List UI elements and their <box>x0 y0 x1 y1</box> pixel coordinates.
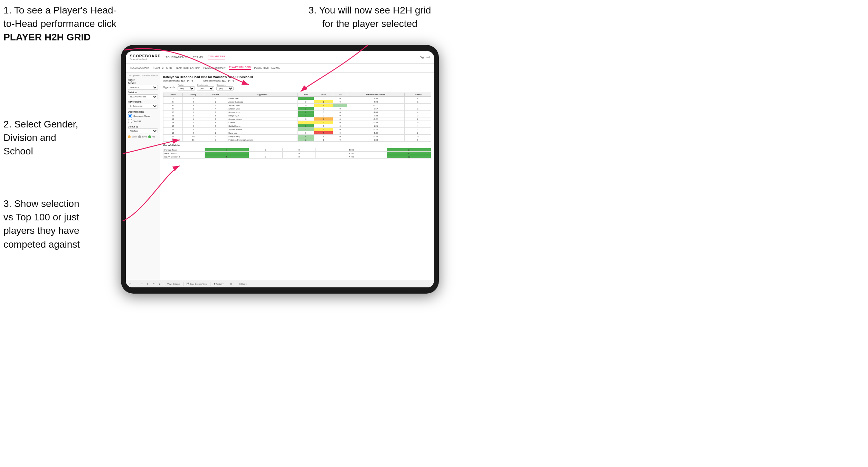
opponent-view-label: Opponent view <box>128 111 158 113</box>
nav-items: TOURNAMENTS TEAMS COMMITTEE <box>166 55 225 59</box>
sub-nav-team-h2h-grid[interactable]: TEAM H2H GRID <box>153 67 172 69</box>
up-dot <box>148 135 151 138</box>
col-diff: Diff Av Strokes/Rnd <box>347 93 405 97</box>
nav-tournaments[interactable]: TOURNAMENTS <box>166 56 188 59</box>
toolbar-bottom: ↩ ← ↪ ⊕ ↶ ⏱ View: Original 💾 Save Custom… <box>126 280 434 287</box>
player-select[interactable]: 8. Katelyn Vo <box>128 104 158 108</box>
table-row: 18 2 2 Euna Lee 0 4 0 -5.00 2 <box>163 131 431 135</box>
toolbar-view-original[interactable]: View: Original <box>166 283 181 285</box>
col-tie: Tie <box>333 93 347 97</box>
sub-nav-player-h2h-heatmap[interactable]: PLAYER H2H HEATMAP <box>254 67 281 69</box>
out-of-division-header: Out of division <box>163 144 431 147</box>
opponents-label: Opponents: <box>163 86 176 88</box>
table-row: 15 8 5 Stella Cheng 1 0 0 1.25 4 <box>163 124 431 128</box>
nav-committee[interactable]: COMMITTEE <box>208 55 225 59</box>
table-row: 11 2 5 Heejo Hyun 1 0 0 3.33 3 <box>163 114 431 117</box>
sidebar-timestamp: Last Updated: 27/03/2024 16:55:38 <box>128 75 158 77</box>
page-title: Katelyn Vo Head-to-Head Grid for Women's… <box>163 75 431 79</box>
col-div: # Div <box>163 93 183 97</box>
tablet-screen: SCOREBOARD Powered by clippd TOURNAMENTS… <box>126 51 434 287</box>
toolbar-add[interactable]: ⊕ <box>146 282 150 285</box>
out-of-div-row: Foreign Team 1 0 0 4.500 2 <box>163 148 431 152</box>
level-dot <box>138 135 141 138</box>
sub-nav-player-summary[interactable]: PLAYER SUMMARY <box>204 67 226 69</box>
division-select[interactable]: NCAA Division III <box>128 94 158 99</box>
sub-nav-team-h2h-heatmap[interactable]: TEAM H2H HEATMAP <box>176 67 200 69</box>
filter-region: Region (All) <box>178 84 195 90</box>
toolbar-divider2 <box>183 282 183 286</box>
toolbar-timer[interactable]: ⏱ <box>158 283 162 285</box>
color-dots: Down Level Up <box>128 135 158 138</box>
instruction-step3-left: 3. Show selection vs Top 100 or just pla… <box>3 197 117 251</box>
toolbar-back[interactable]: ← <box>134 283 138 285</box>
sidebar: Last Updated: 27/03/2024 16:55:38 Player… <box>126 73 160 287</box>
gender-select[interactable]: Women's <box>128 85 158 90</box>
player-label: Player <box>128 79 158 81</box>
table-row: 10 6 3 Andrea York 2 0 0 4.00 4 <box>163 111 431 114</box>
color-legend: Down Level Up <box>128 135 158 138</box>
conference-filter-select[interactable]: (All) <box>197 86 214 90</box>
sidebar-player-section: Player Gender Women's Division NCAA Divi… <box>128 79 158 108</box>
table-row: 3 1 1 Esther Lee 1 0 0 1.50 4 <box>163 97 431 100</box>
table-row: 14 7 4 Eunice Yi 2 2 0 0.38 9 <box>163 121 431 124</box>
table-row: 6 3 3 Sydney Kuo 0 1 1 -1.00 <box>163 104 431 107</box>
table-row: 5 2 2 Alexis Sudjianto 0 1 0 4.00 3 <box>163 100 431 104</box>
region-filter-select[interactable]: (All) <box>178 86 195 90</box>
table-row: 9 1 4 Sharon Mun 1 0 0 3.67 3 <box>163 107 431 111</box>
col-loss: Loss <box>314 93 333 97</box>
sidebar-opponent-section: Opponent view Opponents Played Top 100 <box>128 111 158 123</box>
sign-out-link[interactable]: Sign out <box>420 56 430 59</box>
division-label: Division <box>128 91 158 94</box>
col-conf: # Conf <box>204 93 227 97</box>
out-of-division-table: Foreign Team 1 0 0 4.500 2 NAIA Division… <box>163 148 431 159</box>
table-row: 19 10 6 Emily Chang 4 1 0 0.30 11 <box>163 135 431 138</box>
toolbar-divider4 <box>227 282 227 286</box>
toolbar-divider1 <box>164 282 164 286</box>
sub-nav-player-h2h-grid[interactable]: PLAYER H2H GRID <box>229 66 251 70</box>
toolbar-undo[interactable]: ↩ <box>128 282 132 285</box>
toolbar-watch[interactable]: 👁 Watch ▾ <box>213 282 225 285</box>
gender-label: Gender <box>128 82 158 84</box>
toolbar-redo[interactable]: ↪ <box>140 282 144 285</box>
sub-nav: TEAM SUMMARY TEAM H2H GRID TEAM H2H HEAT… <box>126 64 434 73</box>
tablet-device: SCOREBOARD Powered by clippd TOURNAMENTS… <box>121 45 439 294</box>
h2h-table: # Div # Reg # Conf Opponent Win Loss Tie… <box>163 93 431 142</box>
toolbar-divider3 <box>210 282 210 286</box>
out-of-div-row: NCAA Division 2 5 0 0 7.400 10 <box>163 155 431 159</box>
nav-teams[interactable]: TEAMS <box>193 56 203 59</box>
sidebar-colour-section: Colour by Win/loss <box>128 125 158 133</box>
instruction-step3-right: 3. You will now see H2H grid for the pla… <box>283 3 456 30</box>
col-opponent: Opponent <box>227 93 298 97</box>
colour-by-label: Colour by <box>128 125 158 128</box>
filter-opponent: Opponent (All) <box>216 84 234 90</box>
records-row: Overall Record: 353 - 34 - 6 Division Re… <box>163 79 431 82</box>
table-row: 20 11 7 Federica Domecq Lacroze 2 1 0 1.… <box>163 138 431 142</box>
logo: SCOREBOARD Powered by clippd <box>130 54 161 60</box>
filters-row: Opponents: Region (All) Conference (All) <box>163 84 431 90</box>
header-right: Sign out <box>420 56 430 59</box>
toolbar-share[interactable]: ≪ Share <box>237 282 248 285</box>
col-win: Win <box>298 93 314 97</box>
radio-opponents-played[interactable]: Opponents Played <box>128 114 158 118</box>
radio-top100[interactable]: Top 100 <box>128 119 158 123</box>
out-of-div-row: NAIA Division 1 15 0 0 9.267 30 <box>163 152 431 155</box>
player-rank-label: Player (Rank) <box>128 101 158 103</box>
colour-by-select[interactable]: Win/loss <box>128 128 158 133</box>
table-row: 16 3 1 Jessica Mason 1 2 0 -0.94 7 <box>163 128 431 131</box>
table-row: 13 1 1 Jessica Huang 0 2 0 -3.00 2 <box>163 117 431 121</box>
data-area: Katelyn Vo Head-to-Head Grid for Women's… <box>160 73 434 287</box>
filter-conference: Conference (All) <box>197 84 214 90</box>
main-content: Last Updated: 27/03/2024 16:55:38 Player… <box>126 73 434 287</box>
toolbar-divider5 <box>235 282 235 286</box>
toolbar-save-custom[interactable]: 💾 Save Custom View <box>186 282 208 285</box>
col-rounds: Rounds <box>404 93 431 97</box>
sub-nav-team-summary[interactable]: TEAM SUMMARY <box>130 67 150 69</box>
opponent-filter-select[interactable]: (All) <box>216 86 234 90</box>
instruction-step2: 2. Select Gender, Division and School <box>3 117 117 158</box>
instruction-step1: 1. To see a Player's Head- to-Head perfo… <box>3 3 124 44</box>
down-dot <box>128 135 131 138</box>
toolbar-refresh[interactable]: ↶ <box>152 282 155 285</box>
opponent-radio-group: Opponents Played Top 100 <box>128 114 158 123</box>
toolbar-grid[interactable]: ⊞ <box>229 282 233 285</box>
col-reg: # Reg <box>183 93 204 97</box>
